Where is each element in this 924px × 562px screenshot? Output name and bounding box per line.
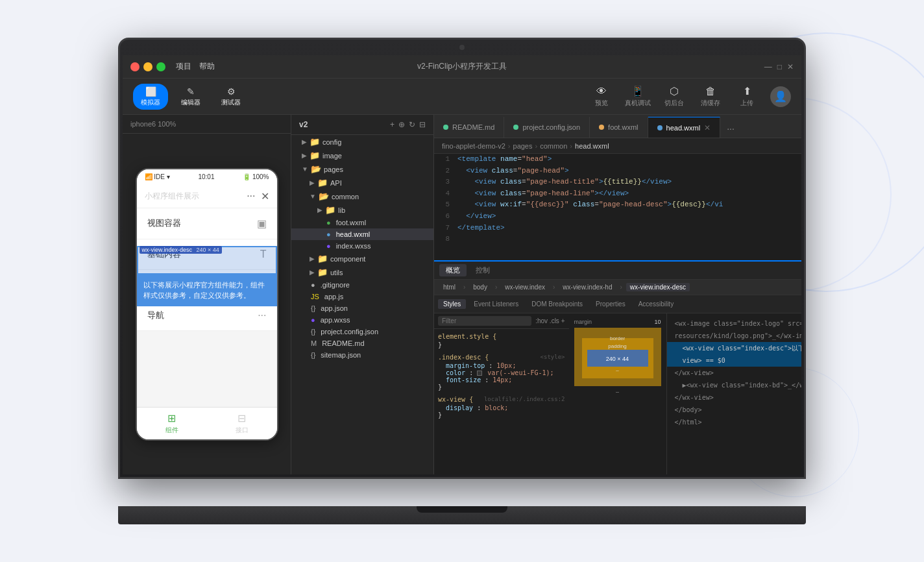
user-avatar[interactable]: 👤 xyxy=(770,86,791,107)
upload-icon: ⬆ xyxy=(743,85,751,97)
element-tag-wx-index-desc[interactable]: wx-view.index-desc xyxy=(626,283,690,291)
tree-folder-image[interactable]: ▶ 📁 image xyxy=(291,149,433,162)
css-property-name: color xyxy=(446,369,465,376)
tree-folder-lib[interactable]: ▶ 📁 lib xyxy=(291,203,433,217)
breadcrumb-common[interactable]: common xyxy=(540,142,567,150)
tree-folder-api[interactable]: ▶ 📁 API xyxy=(291,176,433,189)
file-tree-panel: v2 + ⊕ ↻ ⊟ ▶ 📁 config xyxy=(291,115,434,474)
debug-button[interactable]: ⚙ 测试器 xyxy=(213,84,249,110)
filter-input[interactable] xyxy=(438,316,531,326)
breadcrumb-pages[interactable]: pages xyxy=(513,142,533,150)
upload-action[interactable]: ⬆ 上传 xyxy=(734,85,760,108)
tree-file-app-json[interactable]: {} app.json xyxy=(291,302,433,314)
line-content: </template> xyxy=(457,223,801,234)
code-editor[interactable]: 1 <template name="head"> 2 <view class="… xyxy=(434,154,801,260)
file-dot-icon: {} xyxy=(311,351,315,359)
tab-dot-readme xyxy=(443,125,448,130)
tree-file-app-js[interactable]: JS app.js xyxy=(291,291,433,302)
clear-cache-action[interactable]: 🗑 清缓存 xyxy=(698,86,723,108)
line-content: </view> xyxy=(457,211,801,223)
tree-folder-pages[interactable]: ▼ 📂 pages xyxy=(291,162,433,176)
nav-api-icon: ⊟ xyxy=(237,412,246,424)
code-line-2: 2 <view class="page-head"> xyxy=(434,165,801,177)
css-property-value: 10px; xyxy=(496,362,516,369)
tree-folder-common[interactable]: ▼ 📂 common xyxy=(291,189,433,203)
tree-file-readme[interactable]: M README.md xyxy=(291,337,433,349)
element-tag-wx-index[interactable]: wx-view.index xyxy=(501,283,549,291)
new-file-icon[interactable]: + xyxy=(390,120,395,129)
refresh-icon[interactable]: ↻ xyxy=(409,120,415,129)
bottom-panel-content: html › body › wx-view.index › wx-view.in… xyxy=(434,280,801,474)
toolbar-left: ⬜ 模拟器 ✎ 编辑器 ⚙ 测试器 xyxy=(133,84,249,110)
chevron-icon: ▶ xyxy=(310,269,315,276)
chevron-icon: ▶ xyxy=(310,255,315,262)
clear-cache-icon: 🗑 xyxy=(705,86,716,97)
folder-icon: 📂 xyxy=(311,164,321,174)
control-tab[interactable]: 控制 xyxy=(469,264,496,276)
tree-folder-config[interactable]: ▶ 📁 config xyxy=(291,135,433,149)
tree-folder-component[interactable]: ▶ 📁 component xyxy=(291,252,433,265)
window-min-btn[interactable] xyxy=(143,62,152,71)
list-item[interactable]: 视图容器 ▣ xyxy=(137,208,277,239)
file-name: index.wxss xyxy=(336,242,371,250)
overview-tab[interactable]: 概览 xyxy=(439,264,467,276)
tree-file-sitemap[interactable]: {} sitemap.json xyxy=(291,349,433,361)
tree-file-project-config[interactable]: {} project.config.json xyxy=(291,326,433,337)
event-listeners-tab[interactable]: Event Listeners xyxy=(468,299,524,309)
folder-name: common xyxy=(332,193,359,201)
margin-value: 10 xyxy=(654,319,661,325)
edit-icon: ✎ xyxy=(187,86,195,97)
laptop-screen: 项目 帮助 v2-FinClip小程序开发工具 — □ ✕ xyxy=(123,55,801,474)
tab-project-config[interactable]: project.config.json xyxy=(504,117,590,138)
css-selector: element.style { xyxy=(438,333,565,340)
nav-item-api[interactable]: ⊟ 接口 xyxy=(207,408,277,439)
collapse-icon[interactable]: ⊟ xyxy=(419,120,426,129)
nav-item-component[interactable]: ⊞ 组件 xyxy=(137,408,207,439)
menu-project[interactable]: 项目 xyxy=(176,61,191,72)
line-content: <view class="page-head-line"></view> xyxy=(457,188,801,200)
element-tag-html[interactable]: html xyxy=(439,283,459,291)
tree-file-head-wxml[interactable]: ● head.wxml xyxy=(291,228,433,240)
tab-foot-wxml[interactable]: foot.wxml xyxy=(590,117,648,138)
line-number: 3 xyxy=(434,177,457,188)
dom-breakpoints-tab[interactable]: DOM Breakpoints xyxy=(526,299,588,309)
element-tag-wx-index-hd[interactable]: wx-view.index-hd xyxy=(559,283,616,291)
phone-more-icon[interactable]: ··· xyxy=(247,190,255,202)
breadcrumb-root[interactable]: fino-applet-demo-v2 xyxy=(442,142,505,150)
tree-file-gitignore[interactable]: ● .gitignore xyxy=(291,279,433,291)
tab-readme[interactable]: README.md xyxy=(434,117,504,138)
file-name: README.md xyxy=(322,339,364,347)
window-close-btn[interactable] xyxy=(130,62,140,71)
edit-button[interactable]: ✎ 编辑器 xyxy=(173,84,208,110)
pseudo-classes: :hov .cls + xyxy=(535,317,565,324)
real-machine-action[interactable]: 📱 真机调试 xyxy=(625,85,651,108)
tree-folder-utils[interactable]: ▶ 📁 utils xyxy=(291,265,433,279)
window-max-btn[interactable] xyxy=(156,62,165,71)
accessibility-tab[interactable]: Accessibility xyxy=(633,299,679,309)
html-inspector: html › body › wx-view.index › wx-view.in… xyxy=(434,280,801,474)
new-folder-icon[interactable]: ⊕ xyxy=(398,120,405,129)
tab-head-wxml[interactable]: head.wxml ✕ xyxy=(648,117,721,138)
tree-file-index-wxss[interactable]: ● index.wxss xyxy=(291,240,433,252)
preview-action[interactable]: 👁 预览 xyxy=(589,86,614,108)
phone-content: wx-view.index-desc 240 × 44 以下将展示小程序官方组件… xyxy=(137,208,277,407)
html-preview-line: </wx-view> xyxy=(667,367,802,379)
tab-close-icon[interactable]: ✕ xyxy=(704,123,711,132)
code-line-4: 4 <view class="page-head-line"></view> xyxy=(434,188,801,200)
tree-file-app-wxss[interactable]: ● app.wxss xyxy=(291,314,433,326)
file-dot-icon: ● xyxy=(326,219,331,226)
phone-close-icon[interactable]: ✕ xyxy=(261,190,269,202)
simulate-button[interactable]: ⬜ 模拟器 xyxy=(133,84,168,110)
folder-name: component xyxy=(330,255,365,263)
nav-component-label: 组件 xyxy=(165,426,178,435)
properties-tab[interactable]: Properties xyxy=(590,299,631,309)
code-line-3: 3 <view class="page-head-title">{{title}… xyxy=(434,177,801,188)
menu-help[interactable]: 帮助 xyxy=(199,61,215,72)
path-sep: › xyxy=(495,284,497,291)
tab-more-button[interactable]: ··· xyxy=(720,119,741,138)
cut-backend-action[interactable]: ⬡ 切后台 xyxy=(661,85,687,108)
padding-bottom-label: – xyxy=(587,367,648,373)
tree-file-foot-wxml[interactable]: ● foot.wxml xyxy=(291,217,433,228)
styles-tab[interactable]: Styles xyxy=(438,299,466,309)
element-tag-body[interactable]: body xyxy=(469,283,491,291)
